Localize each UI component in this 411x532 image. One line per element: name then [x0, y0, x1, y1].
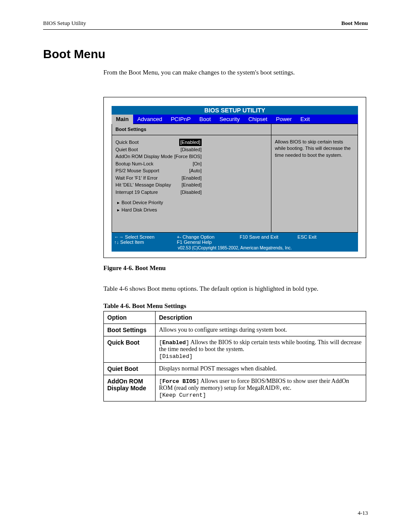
figure-caption: Figure 4-6. Boot Menu — [103, 264, 368, 272]
table-row: Boot Settings Allows you to configure se… — [104, 324, 366, 336]
key-label: +- — [177, 234, 181, 240]
option-cell: Quick Boot — [104, 336, 156, 363]
running-head-right: Boot Menu — [341, 20, 368, 27]
setting-row[interactable]: AddOn ROM Display Mode[Force BIOS] — [115, 153, 202, 160]
table-header-row: Option Description — [104, 311, 366, 324]
page-number: 4-13 — [358, 510, 368, 516]
bios-menubar: MainAdvancedPCIPnPBootSecurityChipsetPow… — [112, 115, 358, 124]
col-description: Description — [156, 311, 366, 324]
settings-table: Option Description Boot Settings Allows … — [103, 311, 366, 401]
bios-help-text: Allows BIOS to skip certain tests while … — [271, 135, 358, 232]
option-cell: AddOn ROM Display Mode — [104, 375, 156, 401]
tab-chipset[interactable]: Chipset — [244, 115, 271, 124]
submenu-row[interactable]: ▸Hard Disk Drives — [115, 206, 268, 214]
setting-row[interactable]: Interrupt 19 Capture[Disabled] — [115, 189, 202, 196]
table-intro: Table 4-6 shows Boot menu options. The d… — [103, 284, 368, 293]
description-cell: Displays normal POST messages when disab… — [156, 363, 366, 375]
tab-security[interactable]: Security — [215, 115, 244, 124]
table-row: Quick Boot [Enabled] Allows the BIOS to … — [104, 336, 366, 363]
setting-row[interactable]: Hit 'DEL' Message Display[Enabled] — [115, 181, 202, 189]
description-cell: [Force BIOS] Allows user to force BIOS/M… — [156, 375, 366, 401]
setting-row[interactable]: Quiet Boot[Disabled] — [115, 146, 202, 153]
tab-main[interactable]: Main — [112, 115, 133, 124]
tab-exit[interactable]: Exit — [296, 115, 314, 124]
tab-pcipnp[interactable]: PCIPnP — [166, 115, 195, 124]
bios-left-head: Boot Settings — [112, 124, 271, 135]
key-label: F1 — [177, 240, 183, 245]
col-option: Option — [104, 311, 156, 324]
description-cell: Allows you to configure settings during … — [156, 324, 366, 336]
bios-copyright: v02.53 (C)Copyright 1985-2002, American … — [114, 245, 355, 250]
bios-footer: ←→ Select Screen +- Change Option F10 Sa… — [112, 233, 358, 252]
description-cell: [Enabled] Allows the BIOS to skip certai… — [156, 336, 366, 363]
tab-advanced[interactable]: Advanced — [133, 115, 167, 124]
page-title: Boot Menu — [43, 47, 106, 61]
bios-left-pane: Boot Settings Quick Boot[Enabled] Quiet … — [112, 124, 271, 232]
bios-figure: BIOS SETUP UTILITY MainAdvancedPCIPnPBoo… — [103, 97, 366, 258]
setting-row[interactable]: PS/2 Mouse Support[Auto] — [115, 167, 202, 174]
chevron-right-icon: ▸ — [115, 206, 121, 214]
chevron-right-icon: ▸ — [115, 199, 121, 206]
tab-boot[interactable]: Boot — [195, 115, 215, 124]
option-cell: Boot Settings — [104, 324, 156, 336]
option-cell: Quiet Boot — [104, 363, 156, 375]
table-row: AddOn ROM Display Mode [Force BIOS] Allo… — [104, 375, 366, 401]
page: BIOS Setup Utility Boot Menu Boot Menu F… — [0, 0, 411, 532]
bios-title-bar: BIOS SETUP UTILITY — [112, 106, 358, 115]
intro-text: From the Boot Menu, you can make changes… — [103, 68, 368, 77]
setting-row[interactable]: Quick Boot[Enabled] — [115, 139, 202, 146]
submenu-row[interactable]: ▸Boot Device Priority — [115, 199, 268, 206]
bios-panel: Boot Settings Quick Boot[Enabled] Quiet … — [112, 124, 358, 233]
running-head-left: BIOS Setup Utility — [43, 20, 86, 27]
header-rule — [43, 29, 368, 30]
table-row: Quiet Boot Displays normal POST messages… — [104, 363, 366, 375]
key-label: ↑↓ — [114, 240, 119, 245]
key-label: ←→ — [114, 234, 124, 240]
bios-right-pane: Allows BIOS to skip certain tests while … — [271, 124, 358, 232]
setting-row[interactable]: Wait For 'F1' If Error[Enabled] — [115, 174, 202, 182]
table-caption: Table 4-6. Boot Menu Settings — [103, 302, 186, 310]
setting-row[interactable]: Bootup Num-Lock[On] — [115, 160, 202, 168]
key-label: F10 — [240, 234, 248, 240]
key-label: ESC — [298, 234, 308, 240]
bios-left-body: Quick Boot[Enabled] Quiet Boot[Disabled]… — [112, 135, 271, 232]
bios-right-head — [271, 124, 358, 135]
tab-power[interactable]: Power — [272, 115, 296, 124]
